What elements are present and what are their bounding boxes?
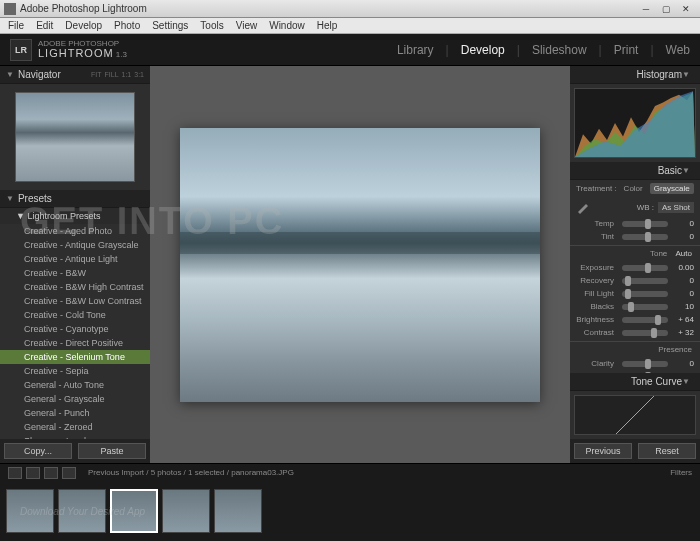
filmstrip-thumb[interactable] xyxy=(214,489,262,533)
slider-handle[interactable] xyxy=(645,372,651,374)
slider-label: Blacks xyxy=(576,302,614,311)
app-header: LR ADOBE PHOTOSHOP LIGHTROOM 1.3 Library… xyxy=(0,34,700,66)
wb-label: WB : xyxy=(637,203,654,212)
compare-view-icon[interactable] xyxy=(44,467,58,479)
menu-edit[interactable]: Edit xyxy=(30,20,59,31)
navigator-header[interactable]: ▼ Navigator FIT FILL 1:1 3:1 xyxy=(0,66,150,84)
loupe-view-icon[interactable] xyxy=(26,467,40,479)
slider-handle[interactable] xyxy=(645,219,651,229)
slider-handle[interactable] xyxy=(645,359,651,369)
module-web[interactable]: Web xyxy=(666,43,690,57)
tonecurve-header[interactable]: Tone Curve ▼ xyxy=(570,373,700,391)
reset-button[interactable]: Reset xyxy=(638,443,696,459)
close-button[interactable]: ✕ xyxy=(676,2,696,16)
wb-select[interactable]: As Shot xyxy=(658,202,694,213)
module-picker: Library|Develop|Slideshow|Print|Web xyxy=(397,43,690,57)
menu-help[interactable]: Help xyxy=(311,20,344,31)
preset-item[interactable]: General - Punch xyxy=(0,406,150,420)
preset-item[interactable]: Creative - Aged Photo xyxy=(0,224,150,238)
nav-mode-1to1[interactable]: 1:1 xyxy=(122,71,132,78)
slider-track[interactable] xyxy=(622,317,668,323)
slider-handle[interactable] xyxy=(625,276,631,286)
filmstrip-thumb[interactable] xyxy=(162,489,210,533)
treatment-color[interactable]: Color xyxy=(620,183,647,194)
slider-label: Clarity xyxy=(576,359,614,368)
treatment-label: Treatment : xyxy=(576,184,617,193)
slider-handle[interactable] xyxy=(628,302,634,312)
slider-track[interactable] xyxy=(622,361,668,367)
nav-mode-3to1[interactable]: 3:1 xyxy=(134,71,144,78)
treatment-grayscale[interactable]: Grayscale xyxy=(650,183,694,194)
tone-curve-display[interactable] xyxy=(574,395,696,435)
copy-button[interactable]: Copy... xyxy=(4,443,72,459)
preset-item[interactable]: Creative - Antique Light xyxy=(0,252,150,266)
histogram-header[interactable]: Histogram ▼ xyxy=(570,66,700,84)
preset-item[interactable]: Creative - Sepia xyxy=(0,364,150,378)
tone-auto-button[interactable]: Auto xyxy=(676,249,692,258)
nav-mode-fit[interactable]: FIT xyxy=(91,71,102,78)
slider-value: 10 xyxy=(672,302,694,311)
treatment-row: Treatment : Color Grayscale xyxy=(570,180,700,197)
slider-track[interactable] xyxy=(622,234,668,240)
slider-handle[interactable] xyxy=(645,232,651,242)
menu-develop[interactable]: Develop xyxy=(59,20,108,31)
filmstrip-thumb-selected[interactable] xyxy=(110,489,158,533)
preset-item[interactable]: General - Grayscale xyxy=(0,392,150,406)
filters-label[interactable]: Filters xyxy=(670,468,692,477)
grid-view-icon[interactable] xyxy=(8,467,22,479)
maximize-button[interactable]: ▢ xyxy=(656,2,676,16)
preset-item[interactable]: Creative - B&W High Contrast xyxy=(0,280,150,294)
preset-item[interactable]: Creative - B&W Low Contrast xyxy=(0,294,150,308)
preset-item[interactable]: Creative - Cold Tone xyxy=(0,308,150,322)
presets-list: ▼ Lightroom PresetsCreative - Aged Photo… xyxy=(0,208,150,439)
wb-picker-icon[interactable] xyxy=(576,200,590,214)
module-develop[interactable]: Develop xyxy=(461,43,505,57)
slider-track[interactable] xyxy=(622,278,668,284)
preset-item[interactable]: Creative - Antique Grayscale xyxy=(0,238,150,252)
slider-clarity: Clarity0 xyxy=(570,357,700,370)
slider-handle[interactable] xyxy=(625,289,631,299)
menu-file[interactable]: File xyxy=(2,20,30,31)
slider-track[interactable] xyxy=(622,221,668,227)
preset-group[interactable]: ▼ Lightroom Presets xyxy=(0,208,150,224)
minimize-button[interactable]: ─ xyxy=(636,2,656,16)
toolbar: Previous Import / 5 photos / 1 selected … xyxy=(0,463,700,481)
preset-item[interactable]: Creative - Cyanotype xyxy=(0,322,150,336)
preset-item[interactable]: Creative - Direct Positive xyxy=(0,336,150,350)
preset-item[interactable]: General - Auto Tone xyxy=(0,378,150,392)
slider-label: Fill Light xyxy=(576,289,614,298)
menu-settings[interactable]: Settings xyxy=(146,20,194,31)
slider-track[interactable] xyxy=(622,304,668,310)
photo-preview[interactable] xyxy=(180,128,540,402)
navigator-thumbnail[interactable] xyxy=(15,92,135,182)
slider-track[interactable] xyxy=(622,291,668,297)
tone-section: Tone Auto xyxy=(570,245,700,261)
filmstrip-thumb[interactable] xyxy=(6,489,54,533)
slider-label: Temp xyxy=(576,219,614,228)
module-slideshow[interactable]: Slideshow xyxy=(532,43,587,57)
chevron-down-icon: ▼ xyxy=(682,166,690,175)
menu-window[interactable]: Window xyxy=(263,20,311,31)
module-library[interactable]: Library xyxy=(397,43,434,57)
paste-button[interactable]: Paste xyxy=(78,443,146,459)
preset-item[interactable]: Creative - B&W xyxy=(0,266,150,280)
slider-handle[interactable] xyxy=(645,263,651,273)
module-print[interactable]: Print xyxy=(614,43,639,57)
slider-track[interactable] xyxy=(622,265,668,271)
basic-header[interactable]: Basic ▼ xyxy=(570,162,700,180)
menu-tools[interactable]: Tools xyxy=(194,20,229,31)
preset-item[interactable]: Creative - Selenium Tone xyxy=(0,350,150,364)
nav-mode-fill[interactable]: FILL xyxy=(105,71,119,78)
slider-handle[interactable] xyxy=(655,315,661,325)
slider-track[interactable] xyxy=(622,330,668,336)
menu-view[interactable]: View xyxy=(230,20,264,31)
menu-photo[interactable]: Photo xyxy=(108,20,146,31)
slider-handle[interactable] xyxy=(651,328,657,338)
previous-button[interactable]: Previous xyxy=(574,443,632,459)
survey-view-icon[interactable] xyxy=(62,467,76,479)
slider-value: 0 xyxy=(672,232,694,241)
filmstrip-thumb[interactable] xyxy=(58,489,106,533)
histogram-display[interactable] xyxy=(574,88,696,158)
presets-header[interactable]: ▼ Presets xyxy=(0,190,150,208)
preset-item[interactable]: General - Zeroed xyxy=(0,420,150,434)
